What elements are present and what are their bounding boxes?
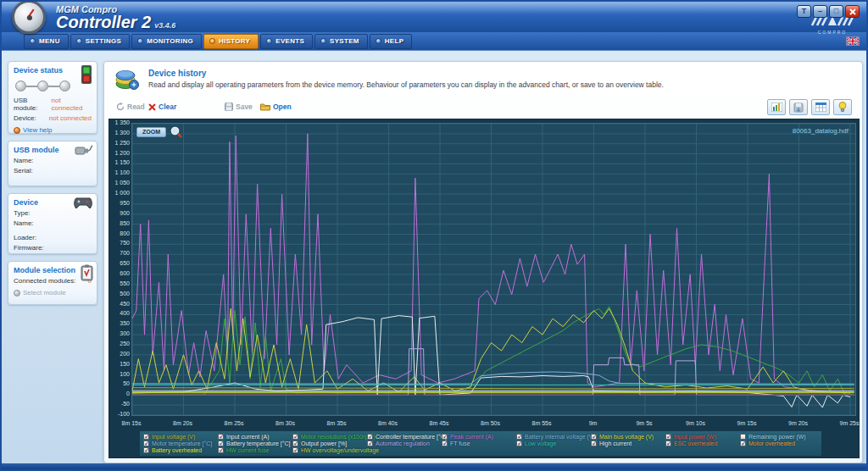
device-firmware-label: Firmware: (14, 244, 44, 252)
gamepad-icon (73, 197, 93, 210)
y-tick-label: 900 (110, 210, 130, 217)
legend-checkbox[interactable]: ✓ (516, 434, 522, 440)
y-tick-label: 1 300 (110, 130, 130, 136)
clear-button[interactable]: Clear (148, 103, 176, 111)
y-tick-label: 0 (110, 391, 130, 397)
x-tick-label: 8m 45s (420, 420, 458, 426)
legend-checkbox[interactable]: ✓ (442, 434, 448, 440)
chart-image-icon (771, 103, 782, 112)
tab-monitoring[interactable]: MONITORING (131, 34, 202, 49)
legend-checkbox[interactable]: ✓ (591, 434, 597, 440)
legend-checkbox[interactable] (740, 434, 746, 440)
language-flag-icon[interactable] (846, 36, 860, 46)
y-tick-label: 500 (110, 291, 130, 297)
save-button[interactable]: Save (225, 103, 253, 111)
table-view-button[interactable] (811, 99, 830, 115)
legend-label: Controller temperature [°C] (376, 434, 447, 440)
usb-module-status: not connected (52, 97, 92, 112)
legend-checkbox[interactable]: ✓ (665, 434, 671, 440)
usb-module-panel: USB module Name: Serial: (8, 141, 97, 186)
y-tick-label: 300 (110, 330, 130, 337)
module-selection-panel: Module selection Connected modules:0 Sel… (8, 261, 97, 305)
legend-item: ✓Motor temperature [°C] (143, 440, 218, 446)
y-tick-label: 450 (110, 301, 130, 308)
select-module-icon (14, 290, 20, 296)
y-tick-label: 600 (110, 270, 130, 277)
y-tick-label: 400 (110, 310, 130, 317)
legend-label: Remaining power (W) (748, 434, 806, 440)
legend-checkbox[interactable]: ✓ (367, 434, 373, 440)
view-help-link[interactable]: View help (14, 126, 92, 134)
y-tick-label: 750 (110, 240, 130, 247)
y-tick-label: 1 100 (110, 169, 130, 176)
tab-settings[interactable]: SETTINGS (70, 34, 130, 49)
legend-checkbox[interactable]: ✓ (143, 434, 149, 440)
y-tick-label: 800 (110, 230, 130, 237)
legend-checkbox[interactable]: ✓ (143, 441, 149, 446)
legend-checkbox[interactable]: ✓ (516, 441, 522, 446)
history-chart-block: 1 3501 3001 2501 2001 1501 1001 0501 000… (108, 119, 860, 458)
chart-plot-area[interactable] (131, 123, 856, 416)
legend-checkbox[interactable]: ✓ (218, 447, 224, 453)
x-tick-label: 8m 40s (370, 420, 407, 426)
legend-checkbox[interactable]: ✓ (591, 441, 597, 446)
close-button[interactable] (845, 5, 860, 18)
close-icon (849, 8, 856, 15)
legend-checkbox[interactable]: ✓ (292, 447, 298, 453)
x-tick-label: 8m 30s (267, 420, 304, 426)
tab-orb-icon (30, 38, 36, 44)
tab-system[interactable]: SYSTEM (314, 34, 368, 49)
legend-checkbox[interactable]: ✓ (367, 441, 373, 446)
legend-label: Peak current (A) (450, 434, 493, 440)
legend-checkbox[interactable]: ✓ (292, 441, 298, 446)
legend-item: Remaining power (W) (740, 433, 815, 440)
chart-image-button[interactable] (767, 99, 786, 115)
y-tick-label: 1 050 (110, 180, 130, 186)
legend-checkbox[interactable]: ✓ (665, 441, 671, 446)
legend-item: ✓HW overvoltage/undervoltage (292, 447, 367, 454)
x-tick-label: 8m 55s (523, 420, 560, 426)
y-tick-label: 200 (110, 351, 130, 357)
tab-history[interactable]: HISTORY (203, 34, 259, 49)
app-logo-gauge-icon (12, 0, 46, 34)
legend-label: High current (599, 441, 632, 446)
legend-checkbox[interactable]: ✓ (218, 441, 224, 446)
legend-checkbox[interactable]: ✓ (740, 441, 746, 446)
select-module-link[interactable]: Select module (14, 289, 92, 296)
table-icon (815, 103, 826, 112)
x-tick-label: 9m 5s (626, 420, 663, 426)
device-loader-label: Loader: (14, 234, 36, 241)
export-data-button[interactable] (789, 99, 808, 115)
maximize-button[interactable]: □ (829, 5, 843, 18)
legend-checkbox[interactable]: ✓ (292, 434, 298, 440)
tab-orb-icon (320, 38, 326, 44)
legend-item: ✓Battery overheated (143, 447, 218, 454)
y-tick-label: -50 (110, 401, 130, 407)
legend-item: ✓Output power [%] (292, 440, 367, 446)
tips-button[interactable] (833, 99, 852, 115)
y-tick-label: 1 350 (110, 119, 130, 126)
legend-checkbox[interactable]: ✓ (442, 441, 448, 446)
y-tick-label: 650 (110, 260, 130, 267)
open-button[interactable]: Open (260, 103, 292, 111)
y-tick-label: 550 (110, 280, 130, 287)
minimize-button[interactable]: – (813, 5, 827, 18)
tab-orb-icon (76, 38, 82, 44)
legend-item: ✓Motor overheated (740, 440, 815, 446)
legend-checkbox[interactable]: ✓ (218, 434, 224, 440)
zoom-button[interactable]: ZOOM (136, 127, 166, 137)
tab-menu[interactable]: MENU (24, 34, 69, 49)
usb-name-label: Name: (14, 157, 34, 164)
export-icon (793, 103, 804, 113)
tab-orb-icon (266, 38, 272, 44)
pin-on-top-button[interactable]: T (797, 5, 811, 18)
legend-item: ✓High current (591, 440, 665, 446)
clipboard-icon (81, 264, 93, 281)
legend-checkbox[interactable]: ✓ (143, 447, 149, 453)
device-status-icon (79, 64, 93, 85)
tab-help[interactable]: HELP (370, 34, 413, 49)
legend-item: ✓HW current fuse (218, 447, 292, 454)
connected-modules-label: Connected modules: (14, 277, 75, 285)
tab-events[interactable]: EVENTS (260, 34, 313, 49)
read-button[interactable]: Read (116, 103, 145, 111)
